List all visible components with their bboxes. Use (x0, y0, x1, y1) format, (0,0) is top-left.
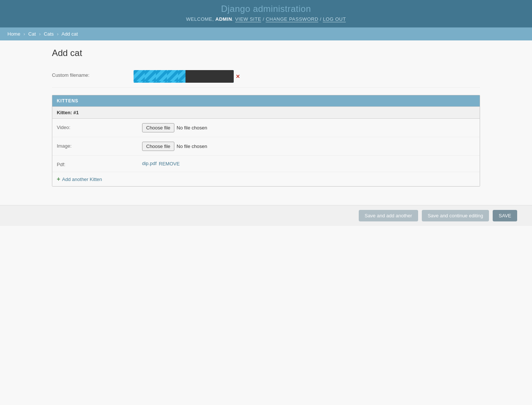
site-header: Django administration WELCOME, ADMIN. VI… (0, 0, 532, 27)
add-another-label: Add another Kitten (62, 177, 102, 182)
image-no-file-text: No file chosen (177, 144, 207, 149)
pdf-label: Pdf: (57, 160, 142, 167)
kittens-section-title: KITTENS (52, 95, 480, 106)
main-content: Add cat Custom filename: × KITTENS Kitte… (37, 40, 495, 194)
breadcrumb-sep-3: › (57, 31, 58, 37)
save-add-button[interactable]: Save and add another (359, 210, 418, 221)
view-site-link[interactable]: VIEW SITE (235, 16, 261, 22)
breadcrumb-sep-1: › (23, 31, 25, 37)
pdf-file-link[interactable]: dip.pdf (142, 161, 157, 166)
custom-filename-field: × (134, 70, 240, 83)
clear-filename-button[interactable]: × (236, 73, 240, 80)
welcome-text: WELCOME, (186, 16, 216, 22)
site-title: Django administration (7, 4, 525, 14)
page-title: Add cat (52, 48, 480, 58)
change-password-link[interactable]: CHANGE PASSWORD (266, 16, 318, 22)
breadcrumb-sep-2: › (39, 31, 40, 37)
breadcrumb-current: Add cat (62, 31, 78, 37)
video-no-file-text: No file chosen (177, 125, 207, 131)
video-choose-file-button[interactable]: Choose file (142, 123, 174, 132)
welcome-bar: WELCOME, ADMIN. VIEW SITE / CHANGE PASSW… (7, 16, 525, 22)
image-choose-file-button[interactable]: Choose file (142, 142, 174, 151)
custom-filename-label: Custom filename: (52, 70, 134, 78)
add-another-row: + Add another Kitten (52, 172, 480, 186)
breadcrumb-cats[interactable]: Cats (44, 31, 54, 37)
filename-bar[interactable] (134, 70, 234, 83)
breadcrumb-home[interactable]: Home (7, 31, 20, 37)
pdf-remove-link[interactable]: REMOVE (159, 161, 180, 167)
image-label: Image: (57, 142, 142, 149)
video-label: Video: (57, 123, 142, 130)
kitten-item-header: Kitten: #1 (52, 106, 480, 119)
log-out-link[interactable]: LOG OUT (323, 16, 346, 22)
save-continue-button[interactable]: Save and continue editing (422, 210, 489, 221)
image-row: Image: Choose file No file chosen (52, 137, 480, 156)
submit-row: Save and add another Save and continue e… (0, 205, 532, 226)
add-another-kitten-button[interactable]: + Add another Kitten (57, 176, 102, 182)
custom-filename-widget: × (134, 70, 240, 83)
pdf-row: Pdf: dip.pdf REMOVE (52, 156, 480, 172)
video-row: Video: Choose file No file chosen (52, 119, 480, 137)
kittens-inline-group: KITTENS Kitten: #1 Video: Choose file No… (52, 95, 480, 187)
custom-filename-row: Custom filename: × (52, 66, 480, 88)
username: ADMIN (216, 16, 232, 22)
image-field: Choose file No file chosen (142, 142, 207, 151)
plus-icon: + (57, 176, 60, 182)
breadcrumb: Home › Cat › Cats › Add cat (0, 27, 532, 40)
video-field: Choose file No file chosen (142, 123, 207, 132)
pdf-field: dip.pdf REMOVE (142, 160, 180, 167)
breadcrumb-cat[interactable]: Cat (28, 31, 36, 37)
save-button[interactable]: SAVE (493, 210, 517, 221)
